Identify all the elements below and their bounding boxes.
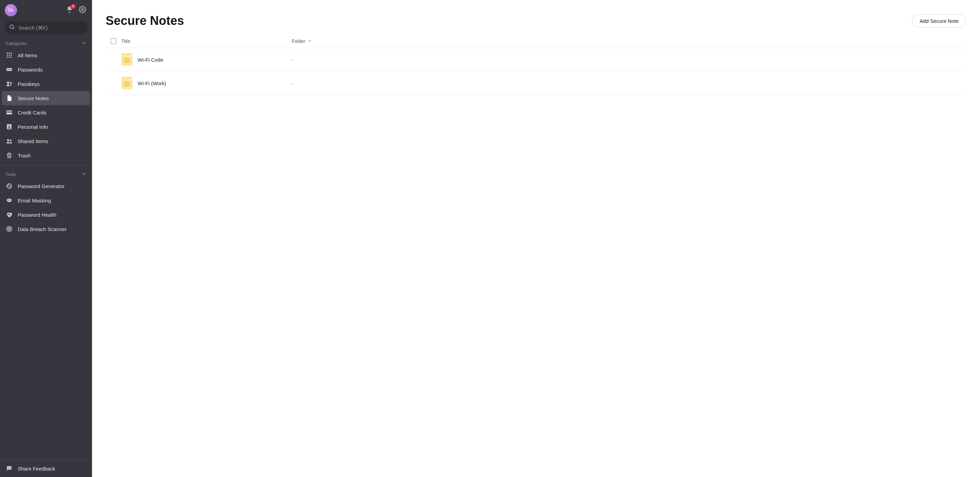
svg-rect-18 [6,112,12,113]
notification-badge: 4 [70,4,76,9]
sidebar-item-label: Data Breach Scanner [18,226,67,232]
sidebar-item-trash[interactable]: Trash [0,148,92,162]
svg-point-21 [7,139,9,142]
page-header: Secure Notes Add Secure Note [106,0,966,35]
table-row[interactable]: Wi-Fi Code - [106,48,966,72]
search-icon [9,24,15,31]
svg-point-7 [11,54,12,56]
heart-pulse-icon [5,211,13,218]
sidebar-item-label: Password Health [18,212,56,218]
svg-point-8 [6,57,8,58]
svg-point-16 [10,82,11,83]
svg-point-28 [9,229,10,230]
share-feedback-button[interactable]: Share Feedback [0,460,92,477]
sidebar-item-credit-cards[interactable]: Credit Cards [0,105,92,119]
categories-header[interactable]: Categories [0,38,92,48]
table-body: Wi-Fi Code - Wi-Fi (Work) - [106,48,966,95]
grid-icon [5,51,13,59]
svg-point-25 [10,200,11,201]
svg-point-0 [81,8,83,11]
sidebar-item-password-health[interactable]: Password Health [0,207,92,222]
column-header-title[interactable]: Title [121,38,292,44]
page-title: Secure Notes [106,14,184,28]
svg-point-3 [8,52,10,54]
sidebar-item-label: Share Feedback [18,466,55,472]
row-checkbox[interactable] [110,57,116,63]
sidebar-item-passkeys[interactable]: Passkeys [0,77,92,91]
sidebar-item-label: Shared Items [18,138,48,144]
passkey-icon [5,80,13,87]
table-header-row: Title Folder [106,35,966,48]
sidebar-item-label: All Items [18,52,38,58]
main-content: Secure Notes Add Secure Note Title Folde… [92,0,980,477]
sidebar-divider [0,165,92,165]
search-input[interactable] [18,25,83,31]
svg-point-13 [9,69,10,70]
sidebar: Da 4 Categories [0,0,92,477]
tools-header[interactable]: Tools [0,168,92,179]
svg-point-14 [10,69,11,70]
row-folder: - [292,57,966,63]
sidebar-item-shared-items[interactable]: Shared Items [0,134,92,148]
sidebar-item-label: Passkeys [18,81,40,87]
notifications-button[interactable]: 4 [65,5,74,15]
search-input-wrapper[interactable] [4,21,88,34]
sidebar-item-all-items[interactable]: All Items [0,48,92,62]
sidebar-top: Da 4 [0,0,92,19]
sidebar-item-label: Secure Notes [18,95,49,101]
svg-point-30 [9,467,10,468]
svg-point-9 [8,57,10,58]
sidebar-item-label: Email Masking [18,198,51,204]
chevron-down-icon [81,171,87,178]
trash-icon [5,152,13,159]
notes-table: Title Folder Wi-Fi Code - Wi-Fi (Work) - [106,35,966,95]
sidebar-item-label: Credit Cards [18,110,46,116]
svg-point-2 [6,52,8,54]
sidebar-item-label: Passwords [18,67,43,73]
categories-list: All Items Passwords Passkeys Secure Note… [0,48,92,162]
sidebar-item-password-generator[interactable]: Password Generator [0,179,92,193]
secure-note-icon [121,54,132,66]
sidebar-item-secure-notes[interactable]: Secure Notes [2,91,90,105]
select-all-checkbox[interactable] [110,38,116,44]
generator-icon [5,182,13,190]
svg-point-22 [10,140,11,142]
row-title: Wi-Fi (Work) [138,80,166,86]
mask-icon [5,197,13,204]
svg-point-10 [11,57,12,58]
table-row[interactable]: Wi-Fi (Work) - [106,72,966,95]
svg-point-12 [8,69,8,70]
radar-icon [5,225,13,233]
sidebar-item-personal-info[interactable]: Personal Info [0,119,92,134]
settings-button[interactable] [78,5,87,15]
svg-point-6 [8,54,10,56]
tools-header-label: Tools [5,172,16,177]
secure-note-icon [121,77,132,89]
categories-header-label: Categories [5,41,27,46]
svg-point-31 [10,467,11,468]
svg-point-15 [7,81,9,84]
row-checkbox[interactable] [110,80,116,86]
chevron-down-icon [307,38,312,44]
people-icon [5,137,13,145]
column-header-folder[interactable]: Folder [292,38,966,44]
sidebar-item-email-masking[interactable]: Email Masking [0,193,92,207]
row-title: Wi-Fi Code [138,57,163,63]
svg-point-1 [10,25,14,29]
row-folder: - [292,80,966,86]
credit-card-icon [5,109,13,116]
sidebar-item-passwords[interactable]: Passwords [0,62,92,77]
sidebar-item-label: Password Generator [18,183,65,189]
sidebar-item-data-breach-scanner[interactable]: Data Breach Scanner [0,222,92,236]
add-secure-note-button[interactable]: Add Secure Note [912,14,966,28]
password-icon [5,66,13,73]
gear-icon [79,6,86,15]
svg-point-4 [11,52,12,54]
sidebar-footer: Share Feedback [0,460,92,477]
sidebar-item-label: Trash [18,153,31,159]
avatar[interactable]: Da [5,4,17,16]
sidebar-item-label: Personal Info [18,124,48,130]
svg-point-20 [8,126,10,127]
column-header-folder-label: Folder [292,38,305,44]
avatar-initials: Da [8,8,13,13]
